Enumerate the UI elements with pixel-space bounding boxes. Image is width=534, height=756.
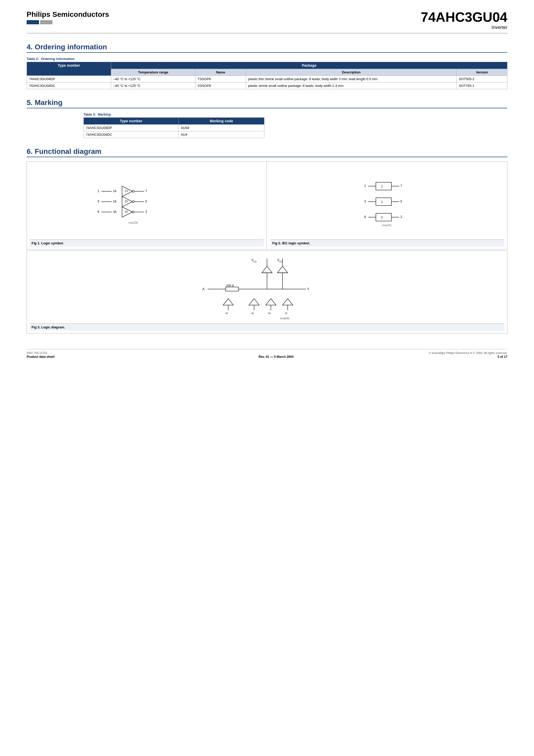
footer-product-label: Product data sheet [27, 355, 55, 359]
header-right: 74AHC3GU04 Inverter [421, 10, 507, 30]
svg-text:3: 3 [364, 200, 366, 203]
marking-col-code: Marking code [178, 118, 264, 124]
svg-text:A: A [202, 287, 205, 291]
svg-rect-48 [226, 287, 239, 291]
cell-desc: plastic thin shrink small outline packag… [246, 76, 456, 82]
marking-table: Type number Marking code 74AHC3GU04DP AU… [84, 117, 264, 138]
cell-temp: –40 °C to +125 °C [111, 76, 196, 82]
svg-text:3A: 3A [113, 210, 117, 213]
cell-type: 74AHC3GU04DC [84, 131, 178, 138]
col-temp-range: Temperature range [111, 69, 196, 76]
svg-text:m: m [285, 312, 287, 315]
cell-temp: –40 °C to +125 °C [111, 82, 196, 89]
svg-text:1: 1 [364, 184, 366, 188]
table-2-label: Table 2: Ordering information [27, 57, 507, 61]
svg-marker-56 [262, 266, 272, 273]
svg-text:VCC: VCC [251, 258, 257, 263]
svg-text:5: 5 [400, 200, 402, 203]
fig1-svg: 1 1A 1Y 7 3 2A 2Y [30, 164, 264, 236]
cell-type: 74AHC3GU04DP [84, 124, 178, 131]
svg-marker-50 [223, 299, 233, 305]
section-5: 5. Marking Table 3: Marking Type number … [27, 98, 507, 138]
footer-bottom: Product data sheet Rev. 01 — 5 March 200… [27, 355, 507, 359]
footer-doc-number: 9397 750 12754 [27, 351, 187, 355]
svg-text:1: 1 [381, 216, 383, 219]
part-number: 74AHC3GU04 [421, 10, 507, 24]
marking-col-type: Type number [84, 118, 178, 124]
svg-rect-38 [376, 213, 391, 221]
fig2-container: 1 1 7 3 1 5 6 1 [268, 162, 507, 249]
color-bars [27, 20, 109, 24]
svg-text:1: 1 [381, 185, 383, 188]
svg-marker-67 [282, 299, 293, 305]
svg-text:1A: 1A [113, 190, 117, 193]
section-6-heading: 6. Functional diagram [27, 148, 507, 157]
svg-text:3Y: 3Y [124, 210, 128, 213]
svg-text:VCC: VCC [277, 258, 283, 263]
page: Philips Semiconductors 74AHC3GU04 Invert… [27, 0, 507, 369]
svg-text:100 Ω: 100 Ω [226, 284, 234, 287]
svg-text:m: m [226, 312, 228, 315]
fig3-container: VCC VCC A 100 Ω m [27, 251, 507, 334]
company-logo: Philips Semiconductors [27, 10, 109, 19]
svg-text:2A: 2A [113, 200, 117, 203]
marking-table-wrapper: Table 3: Marking Type number Marking cod… [84, 113, 264, 138]
section-4: 4. Ordering information Table 2: Orderin… [27, 43, 507, 89]
col-desc: Description [246, 69, 456, 76]
col-package: Package [111, 62, 507, 69]
cell-code: AU04 [178, 124, 264, 131]
blue-bar [27, 20, 39, 24]
svg-text:6: 6 [364, 215, 366, 219]
cell-desc: plastic shrink small outline package; 8 … [246, 82, 456, 89]
cell-version: SOT505-2 [457, 76, 507, 82]
col-type-number: Type number [27, 62, 111, 76]
svg-rect-26 [376, 182, 391, 190]
svg-marker-64 [266, 299, 276, 305]
svg-marker-53 [249, 299, 259, 305]
footer-page: 2 of 17 [497, 355, 507, 359]
cell-type: 74AHC3GU04DC [27, 82, 111, 89]
svg-rect-32 [376, 198, 391, 205]
fig2-label: Fig 2. IEC logic symbol. [270, 239, 505, 247]
table-row: 74AHC3GU04DC AU4 [84, 131, 264, 138]
ordering-table: Type number Package Temperature range Na… [27, 62, 507, 89]
section-5-heading: 5. Marking [27, 98, 507, 108]
header-left: Philips Semiconductors [27, 10, 109, 24]
svg-text:mna720: mna720 [128, 221, 138, 224]
svg-text:1: 1 [381, 200, 383, 204]
svg-text:1Y: 1Y [124, 190, 128, 193]
svg-text:m: m [252, 312, 254, 315]
part-subtitle: Inverter [421, 25, 507, 30]
svg-text:mna721: mna721 [382, 224, 392, 227]
fig3-label: Fig 3. Logic diagram. [30, 323, 504, 331]
col-name: Name [196, 69, 246, 76]
table-row: 74AHC3GU04DC –40 °C to +125 °C VSSOP8 pl… [27, 82, 507, 89]
page-footer: 9397 750 12754 © Koninklijke Philips Ele… [27, 349, 507, 355]
svg-text:7: 7 [400, 184, 402, 188]
svg-text:mna636: mna636 [280, 317, 289, 320]
cell-name: TSSOP8 [196, 76, 246, 82]
gray-bar [40, 20, 52, 24]
fig2-svg: 1 1 7 3 1 5 6 1 [270, 164, 505, 236]
table-3-label: Table 3: Marking [84, 113, 264, 116]
svg-text:3: 3 [97, 200, 99, 203]
page-header: Philips Semiconductors 74AHC3GU04 Invert… [27, 10, 507, 34]
svg-text:2: 2 [400, 215, 402, 219]
table-row: 74AHC3GU04DP –40 °C to +125 °C TSSOP8 pl… [27, 76, 507, 82]
svg-marker-60 [277, 266, 288, 273]
fig1-pin1: 1 [97, 189, 99, 193]
svg-text:6: 6 [97, 210, 99, 214]
table-row: 74AHC3GU04DP AU04 [84, 124, 264, 131]
cell-name: VSSOP8 [196, 82, 246, 89]
cell-code: AU4 [178, 131, 264, 138]
svg-text:2Y: 2Y [124, 200, 128, 203]
cell-version: SOT765-1 [457, 82, 507, 89]
cell-type: 74AHC3GU04DP [27, 76, 111, 82]
fig1-container: 1 1A 1Y 7 3 2A 2Y [27, 162, 267, 249]
svg-text:Y: Y [307, 287, 309, 291]
svg-text:m: m [268, 312, 270, 315]
fig3-svg: VCC VCC A 100 Ω m [30, 254, 504, 321]
section-4-heading: 4. Ordering information [27, 43, 507, 53]
col-version: Version [457, 69, 507, 76]
fig1-label: Fig 1. Logic symbol. [30, 239, 264, 247]
